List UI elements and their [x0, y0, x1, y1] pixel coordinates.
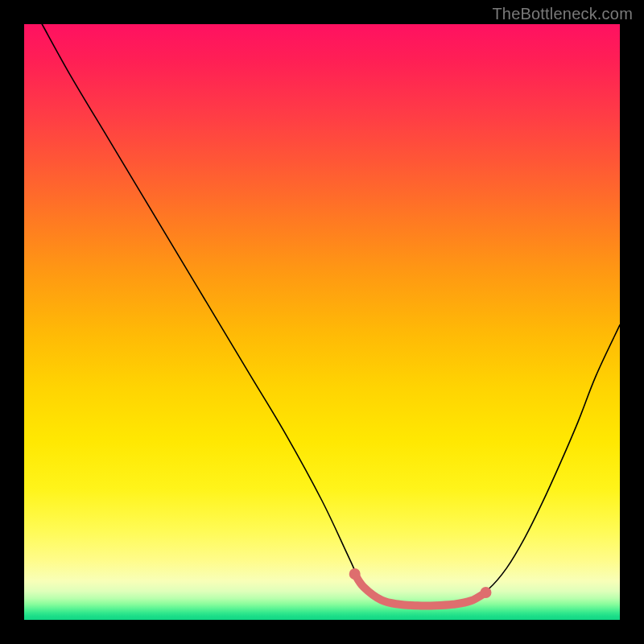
highlight-segment	[355, 574, 486, 605]
highlight-dot-right	[481, 587, 492, 598]
chart-frame: TheBottleneck.com	[0, 0, 644, 644]
curve-overlay	[24, 24, 620, 620]
plot-area	[24, 24, 620, 620]
watermark-text: TheBottleneck.com	[492, 5, 633, 23]
highlight-dot-left	[349, 568, 361, 580]
bottleneck-curve	[42, 24, 620, 605]
